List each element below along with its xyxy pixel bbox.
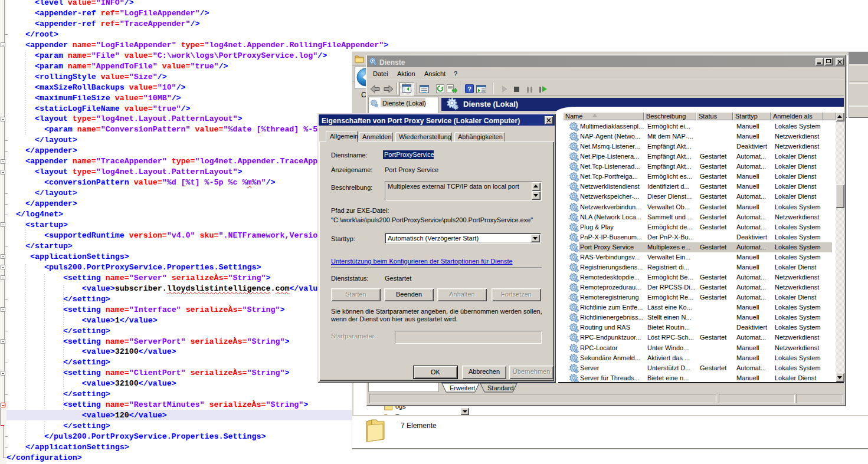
svg-text:Standard: Standard (487, 384, 514, 391)
svg-text:Erweitert: Erweitert (450, 384, 475, 391)
svg-text:?: ? (467, 85, 471, 93)
